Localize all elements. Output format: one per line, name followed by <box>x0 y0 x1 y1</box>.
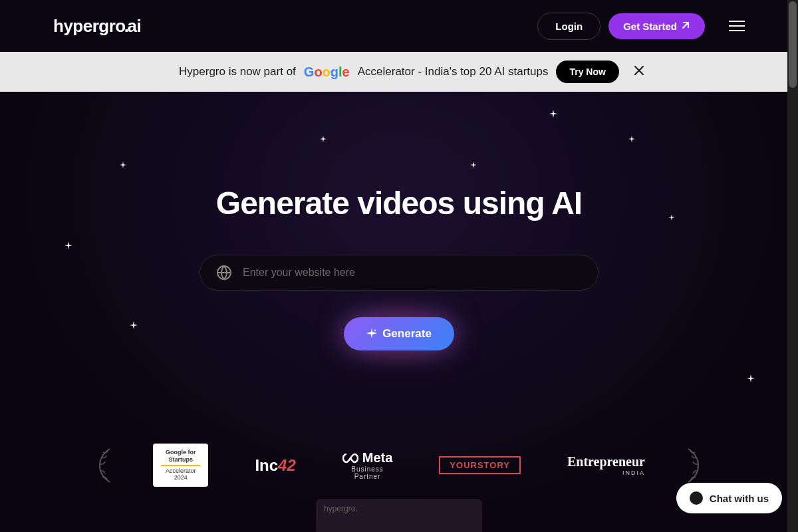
partners-section: Google for Startups Accelerator 2024 Inc… <box>0 444 798 487</box>
header: hypergro.ai Login Get Started <box>0 0 798 52</box>
laurel-right-icon <box>685 446 705 485</box>
try-now-button[interactable]: Try Now <box>556 61 618 83</box>
sparkle-icon <box>366 328 377 340</box>
generate-label: Generate <box>382 327 432 340</box>
chat-widget-button[interactable]: Chat with us <box>676 483 782 513</box>
video-preview-logo: hypergro. <box>324 504 474 513</box>
login-button[interactable]: Login <box>537 13 600 40</box>
hero-title: Generate videos using AI <box>0 185 798 221</box>
entrepreneur-logo: Entrepreneur INDIA <box>567 454 645 476</box>
google-badge-top: Google for Startups <box>161 449 200 466</box>
google-logo: Google <box>304 65 350 80</box>
announcement-bar: Hypergro is now part of Google Accelerat… <box>0 52 798 92</box>
google-badge-bottom: Accelerator 2024 <box>161 467 200 482</box>
partner-logos: Google for Startups Accelerator 2024 Inc… <box>153 444 645 487</box>
generate-button[interactable]: Generate <box>344 317 454 350</box>
scrollbar[interactable] <box>787 0 798 532</box>
inc42-logo: Inc42 <box>255 456 295 475</box>
meta-infinity-icon <box>342 453 358 464</box>
get-started-label: Get Started <box>623 21 677 32</box>
logo[interactable]: hypergro.ai <box>53 16 141 37</box>
arrow-up-right-icon <box>681 21 690 32</box>
hero-section: Generate videos using AI Generate <box>0 92 798 350</box>
meta-partner-logo: Meta Business Partner <box>342 450 393 480</box>
announcement-text-after: Accelerator - India's top 20 AI startups <box>358 65 549 78</box>
laurel-left-icon <box>93 446 113 485</box>
website-input[interactable] <box>243 267 582 279</box>
globe-icon <box>216 265 232 281</box>
scrollbar-thumb[interactable] <box>789 1 797 88</box>
hamburger-menu-icon[interactable] <box>729 21 745 31</box>
announcement-text-before: Hypergro is now part of <box>179 65 296 78</box>
google-startups-badge: Google for Startups Accelerator 2024 <box>153 444 208 487</box>
logo-suffix: ai <box>127 16 141 37</box>
yourstory-logo: YOURSTORY <box>439 456 521 474</box>
chat-bubble-icon <box>690 491 703 505</box>
get-started-button[interactable]: Get Started <box>608 13 705 39</box>
close-icon[interactable] <box>633 65 645 80</box>
header-actions: Login Get Started <box>537 13 745 40</box>
chat-label: Chat with us <box>710 493 769 504</box>
website-input-container <box>200 255 598 291</box>
video-preview-card: hypergro. <box>316 499 482 532</box>
logo-text: hypergro <box>53 16 126 37</box>
